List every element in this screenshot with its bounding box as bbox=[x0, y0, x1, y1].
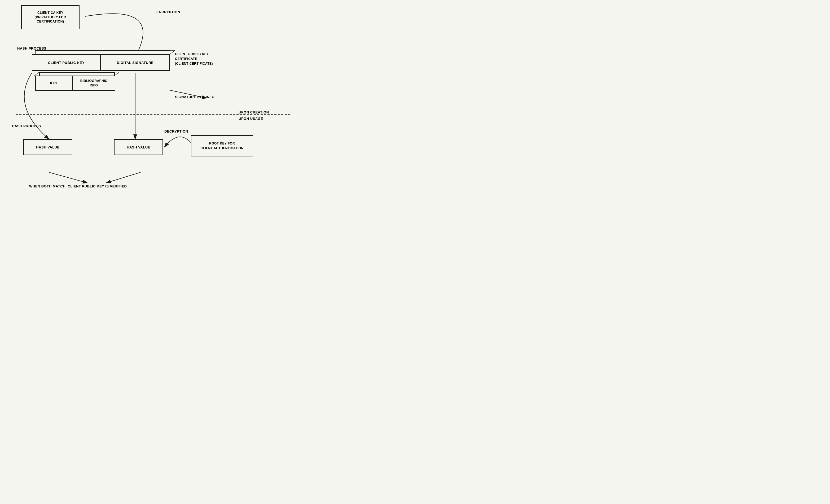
encryption-label: ENCRYPTION bbox=[156, 10, 180, 14]
client-ca-key-label: CLIENT CA KEY(PRIVATE KEY FORCERTIFICATI… bbox=[35, 10, 66, 24]
svg-line-3 bbox=[49, 172, 88, 183]
svg-line-8 bbox=[34, 72, 39, 75]
upon-usage-label: UPON USAGE bbox=[238, 117, 263, 121]
svg-line-7 bbox=[170, 51, 175, 54]
upon-creation-label: UPON CREATION bbox=[238, 110, 269, 114]
client-public-key-label: CLIENT PUBLIC KEY bbox=[48, 61, 85, 65]
hash-process-bottom-label: HASH PROCESS bbox=[12, 124, 41, 128]
diagram-container: CLIENT CA KEY(PRIVATE KEY FORCERTIFICATI… bbox=[0, 0, 318, 193]
hash-value-left-box: HASH VALUE bbox=[23, 139, 72, 155]
client-public-key-box: CLIENT PUBLIC KEY bbox=[32, 54, 101, 71]
client-ca-key-box: CLIENT CA KEY(PRIVATE KEY FORCERTIFICATI… bbox=[21, 5, 79, 29]
bibliographic-info-label: BIBLIOGRAPHICINFO bbox=[80, 79, 108, 88]
digital-signature-label: DIGITAL SIGNATURE bbox=[117, 61, 154, 65]
bibliographic-info-box: BIBLIOGRAPHICINFO bbox=[72, 75, 115, 91]
client-certificate-label: CLIENT PUBLIC KEYCERTIFICATE(CLIENT CERT… bbox=[175, 52, 213, 66]
digital-signature-box: DIGITAL SIGNATURE bbox=[101, 54, 170, 71]
hash-value-left-label: HASH VALUE bbox=[36, 145, 60, 149]
key-box: KEY bbox=[35, 75, 72, 91]
hash-value-center-box: HASH VALUE bbox=[114, 139, 163, 155]
svg-line-10 bbox=[115, 72, 119, 75]
verification-label: WHEN BOTH MATCH, CLIENT PUBLIC KEY IS VE… bbox=[29, 184, 127, 188]
decryption-label: DECRYPTION bbox=[164, 129, 188, 133]
hash-process-top-label: HASH PROCESS bbox=[17, 46, 46, 51]
root-key-box: ROOT KEY FORCLIENT AUTHENTICATION bbox=[191, 135, 253, 156]
hash-value-center-label: HASH VALUE bbox=[127, 145, 150, 149]
svg-line-4 bbox=[106, 172, 140, 183]
signature-key-info-label: SIGNATURE KEY INFO bbox=[175, 95, 215, 99]
root-key-label: ROOT KEY FORCLIENT AUTHENTICATION bbox=[200, 141, 244, 151]
key-label: KEY bbox=[50, 81, 58, 85]
